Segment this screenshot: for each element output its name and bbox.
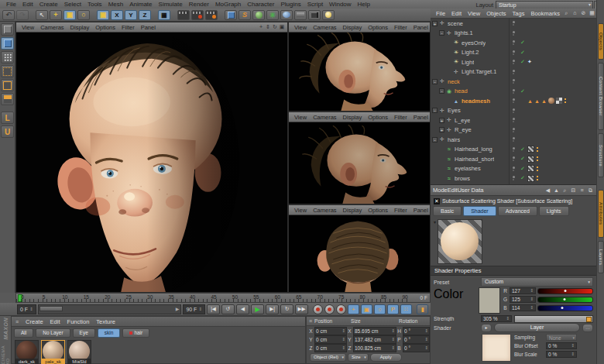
size-x-field[interactable]: 85.695 cm⇕ (353, 327, 396, 335)
attribute-tab-lights[interactable]: Lights (539, 206, 569, 216)
lock-icon[interactable]: ⊟ (570, 187, 577, 194)
tree-row-eyes[interactable]: -✛Eyes (431, 106, 596, 116)
key-scale-toggle[interactable]: ▣ (361, 304, 372, 314)
menu-tools[interactable]: Tools (84, 1, 105, 8)
viewport-menu-display[interactable]: Display (67, 24, 93, 31)
dots-tag-icon[interactable] (536, 156, 540, 162)
material-item-miasld[interactable]: MiaSld (67, 340, 91, 364)
panel-icon[interactable]: ▦ (589, 10, 595, 16)
viewport-menu-display[interactable]: Display (340, 114, 365, 121)
expander-icon[interactable]: - (439, 88, 444, 94)
viewport-side-middle-canvas[interactable] (289, 122, 430, 204)
viewport-menu-options[interactable]: Options (365, 24, 391, 31)
add-floor-icon[interactable] (294, 10, 307, 20)
slider-handle[interactable] (564, 290, 566, 292)
target-tag-icon[interactable]: ✦ (527, 59, 532, 65)
visibility-dots[interactable] (509, 118, 518, 122)
side-tab-objects[interactable]: Objects (598, 23, 604, 60)
viewport-menu-filter[interactable]: Filter (391, 24, 410, 31)
hatch-tag-icon[interactable] (527, 146, 534, 153)
axis-y-icon[interactable]: Y (125, 10, 137, 20)
expander-icon[interactable]: + (432, 21, 438, 26)
section-shader-properties[interactable]: Shader Properties (431, 266, 596, 276)
hatch-tag-icon[interactable] (527, 175, 534, 182)
viewport-menu-options[interactable]: Options (92, 24, 118, 31)
menu-character[interactable]: Character (244, 1, 277, 8)
warn-tag-icon[interactable]: ▲ (534, 98, 540, 104)
om-menu-tags[interactable]: Tags (510, 10, 528, 17)
visibility-dots[interactable] (509, 79, 518, 84)
axis-x-icon[interactable]: X (111, 10, 123, 20)
solo-button[interactable]: ▮ (417, 304, 428, 314)
menu-mograph[interactable]: MoGraph (212, 1, 244, 8)
search-icon[interactable]: ⌕ (561, 187, 568, 194)
blur-scale-field[interactable]: 0 %⇕ (546, 351, 577, 358)
zoom-view-icon[interactable]: ⇕ (265, 24, 271, 30)
color-swatch[interactable] (479, 287, 500, 314)
loop-button[interactable]: ↺ (221, 304, 235, 314)
visibility-dots[interactable] (509, 89, 518, 94)
viewport-menu-view[interactable]: View (291, 207, 310, 214)
visibility-dots[interactable] (509, 108, 518, 113)
channel-value-field[interactable]: 125⇕ (510, 296, 536, 303)
side-tab-layers[interactable]: Layers (598, 241, 604, 273)
key-position-toggle[interactable]: + (348, 304, 359, 314)
strength-slider[interactable] (514, 315, 593, 323)
move-icon[interactable]: + (50, 10, 62, 20)
viewport-menu-filter[interactable]: Filter (391, 207, 410, 214)
hatch-tag-icon[interactable] (527, 165, 534, 172)
key-rotation-toggle[interactable]: ○ (374, 304, 386, 314)
om-menu-bookmarks[interactable]: Bookmarks (527, 10, 563, 17)
prev-frame-button[interactable]: ◀ (236, 304, 249, 314)
texture-tag-icon[interactable] (548, 98, 554, 104)
channel-slider[interactable] (537, 297, 593, 303)
tree-row-neck[interactable]: -✛neck (431, 77, 596, 87)
attribute-tab-advanced[interactable]: Advanced (498, 206, 537, 216)
add-light-icon[interactable] (322, 10, 335, 20)
menu-help[interactable]: Help (355, 1, 373, 8)
visibility-dots[interactable] (509, 70, 518, 74)
timeline-ruler[interactable]: 0 F 051015202530354045505560657075808590 (15, 293, 431, 303)
menu-edit[interactable]: Edit (19, 1, 36, 8)
tree-row-scene[interactable]: +✛scene (431, 19, 596, 29)
viewport-menu-cameras[interactable]: Cameras (37, 24, 67, 31)
hamburger-icon[interactable]: ≡ (309, 318, 312, 324)
menu-window[interactable]: Window (326, 1, 354, 8)
am-menu-user-data[interactable]: User Data (458, 187, 484, 194)
collapse-icon[interactable]: ▾ (434, 219, 436, 264)
apply-button[interactable]: Apply (370, 353, 402, 362)
visibility-dots[interactable] (509, 21, 518, 26)
expander-icon[interactable]: + (439, 118, 444, 123)
expander-icon[interactable]: - (439, 30, 444, 36)
viewport-menu-display[interactable]: Display (340, 207, 365, 214)
attribute-tab-basic[interactable]: Basic (433, 206, 462, 216)
channel-value-field[interactable]: 127⇕ (510, 287, 536, 294)
viewport-back-canvas[interactable] (289, 215, 430, 292)
enabled-check-icon[interactable]: ✓ (518, 166, 527, 172)
menu-script[interactable]: Script (304, 1, 326, 8)
viewport-menu-panel[interactable]: Panel (410, 207, 430, 214)
viewport-menu-view[interactable]: View (19, 24, 37, 31)
play-button[interactable]: ▶ (251, 304, 264, 314)
tree-row-headmesh[interactable]: ▲headmesh▲▲▲ (431, 96, 596, 106)
shader-expand-button[interactable]: ▸ (481, 324, 492, 332)
side-tab-structure[interactable]: Structure (598, 133, 604, 177)
material-layer-tab-hair[interactable]: hair (122, 328, 149, 338)
side-tab-content-browser[interactable]: Content Browser (598, 63, 604, 130)
add-nurbs-icon[interactable] (252, 10, 265, 20)
add-array-icon[interactable]: ✳ (266, 10, 279, 20)
tree-row-r-eye[interactable]: +✛R_eye (431, 125, 596, 136)
visibility-dots[interactable] (509, 137, 518, 142)
last-tool-icon[interactable]: ▣ (97, 10, 109, 20)
viewport-side-top-canvas[interactable] (289, 33, 430, 111)
enabled-check-icon[interactable]: ✓ (518, 175, 527, 181)
tree-row-lights-1[interactable]: -✛lights.1 (431, 29, 596, 39)
expander-icon[interactable]: + (439, 127, 444, 132)
viewport-perspective-canvas[interactable] (16, 33, 287, 292)
channel-slider[interactable] (537, 305, 593, 311)
tree-row-l-eye[interactable]: +✛L_eye (431, 115, 596, 125)
tree-row-hairhead-long[interactable]: ≈Hairhead_long✓ (431, 145, 596, 155)
strength-slider-handle[interactable] (586, 317, 592, 322)
coord-system-icon[interactable]: ▦ (158, 10, 170, 20)
new-window-icon[interactable]: ⧉ (587, 187, 594, 194)
